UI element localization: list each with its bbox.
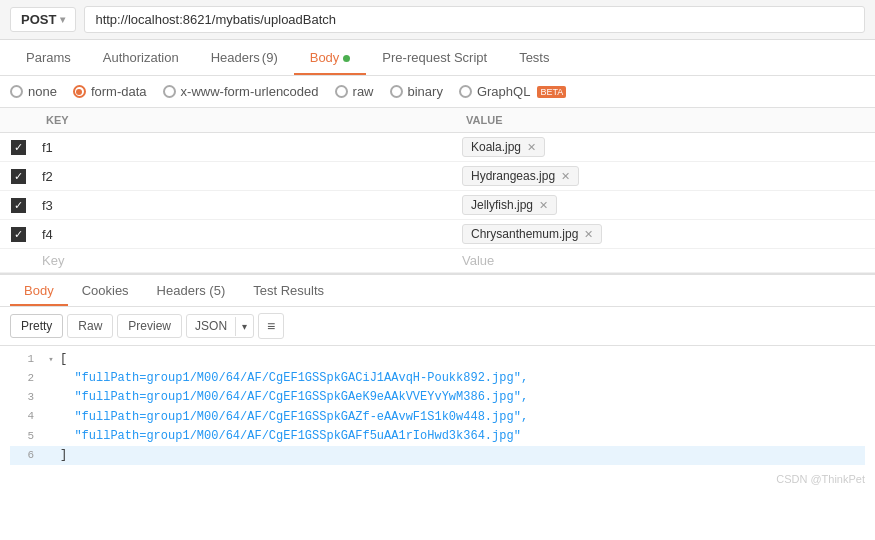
row-value-1: Hydrangeas.jpg ✕ xyxy=(456,162,875,191)
file-tag-2: Jellyfish.jpg ✕ xyxy=(462,195,557,215)
row-value-2: Jellyfish.jpg ✕ xyxy=(456,191,875,220)
radio-urlencoded-circle xyxy=(163,85,176,98)
row-key-1[interactable]: f2 xyxy=(36,162,456,191)
json-line: 5 "fullPath=group1/M00/64/AF/CgEF1GSSpkG… xyxy=(10,427,865,446)
tab-params[interactable]: Params xyxy=(10,40,87,75)
raw-button[interactable]: Raw xyxy=(67,314,113,338)
line-number: 5 xyxy=(14,428,34,446)
form-table-container: KEY VALUE f1 Koala.jpg ✕ f2 Hydrangeas.j… xyxy=(0,108,875,274)
radio-raw[interactable]: raw xyxy=(335,84,374,99)
row-checkbox-0[interactable] xyxy=(11,140,26,155)
table-row: f3 Jellyfish.jpg ✕ xyxy=(0,191,875,220)
table-row: f1 Koala.jpg ✕ xyxy=(0,133,875,162)
body-type-bar: none form-data x-www-form-urlencoded raw… xyxy=(0,76,875,108)
radio-binary[interactable]: binary xyxy=(390,84,443,99)
row-value-0: Koala.jpg ✕ xyxy=(456,133,875,162)
row-checkbox-3[interactable] xyxy=(11,227,26,242)
line-number: 4 xyxy=(14,408,34,426)
file-tag-x-3[interactable]: ✕ xyxy=(584,228,593,241)
tab-authorization[interactable]: Authorization xyxy=(87,40,195,75)
line-number: 6 xyxy=(14,447,34,465)
radio-form-data[interactable]: form-data xyxy=(73,84,147,99)
radio-raw-circle xyxy=(335,85,348,98)
format-select-label: JSON xyxy=(187,315,235,337)
row-key-2[interactable]: f3 xyxy=(36,191,456,220)
tab-tests[interactable]: Tests xyxy=(503,40,565,75)
method-select[interactable]: POST ▾ xyxy=(10,7,76,32)
col-check xyxy=(0,108,36,133)
table-row-placeholder: Key Value xyxy=(0,249,875,273)
json-line: 6 ] xyxy=(10,446,865,465)
tab-body[interactable]: Body xyxy=(294,40,367,75)
line-number: 2 xyxy=(14,370,34,388)
format-select[interactable]: JSON ▾ xyxy=(186,314,254,338)
response-toolbar: Pretty Raw Preview JSON ▾ ≡ xyxy=(0,307,875,346)
method-chevron: ▾ xyxy=(60,14,65,25)
file-tag-x-0[interactable]: ✕ xyxy=(527,141,536,154)
request-tab-bar: Params Authorization Headers(9) Body Pre… xyxy=(0,40,875,76)
url-input[interactable] xyxy=(84,6,865,33)
row-value-3: Chrysanthemum.jpg ✕ xyxy=(456,220,875,249)
form-table: KEY VALUE f1 Koala.jpg ✕ f2 Hydrangeas.j… xyxy=(0,108,875,273)
radio-binary-circle xyxy=(390,85,403,98)
file-tag-x-2[interactable]: ✕ xyxy=(539,199,548,212)
table-row: f4 Chrysanthemum.jpg ✕ xyxy=(0,220,875,249)
body-dot xyxy=(343,55,350,62)
radio-form-data-circle xyxy=(73,85,86,98)
value-placeholder: Value xyxy=(462,253,494,268)
tab-response-body[interactable]: Body xyxy=(10,275,68,306)
table-row: f2 Hydrangeas.jpg ✕ xyxy=(0,162,875,191)
preview-button[interactable]: Preview xyxy=(117,314,182,338)
file-tag-x-1[interactable]: ✕ xyxy=(561,170,570,183)
pretty-button[interactable]: Pretty xyxy=(10,314,63,338)
row-key-3[interactable]: f4 xyxy=(36,220,456,249)
tab-prerequest[interactable]: Pre-request Script xyxy=(366,40,503,75)
radio-graphql-circle xyxy=(459,85,472,98)
line-number: 1 xyxy=(14,351,34,369)
row-checkbox-2[interactable] xyxy=(11,198,26,213)
tab-test-results[interactable]: Test Results xyxy=(239,275,338,306)
file-tag-1: Hydrangeas.jpg ✕ xyxy=(462,166,579,186)
json-line: 1 ▾ [ xyxy=(10,350,865,369)
col-key: KEY xyxy=(36,108,456,133)
json-line: 4 "fullPath=group1/M00/64/AF/CgEF1GSSpkG… xyxy=(10,408,865,427)
format-select-arrow[interactable]: ▾ xyxy=(235,317,253,336)
radio-none[interactable]: none xyxy=(10,84,57,99)
json-line: 3 "fullPath=group1/M00/64/AF/CgEF1GSSpkG… xyxy=(10,388,865,407)
col-value: VALUE xyxy=(456,108,875,133)
response-tab-bar: Body Cookies Headers (5) Test Results xyxy=(0,274,875,307)
response-area: 1 ▾ [ 2 "fullPath=group1/M00/64/AF/CgEF1… xyxy=(0,346,875,469)
beta-badge: BETA xyxy=(537,86,566,98)
row-checkbox-1[interactable] xyxy=(11,169,26,184)
radio-urlencoded[interactable]: x-www-form-urlencoded xyxy=(163,84,319,99)
key-placeholder: Key xyxy=(42,253,64,268)
line-number: 3 xyxy=(14,389,34,407)
file-tag-3: Chrysanthemum.jpg ✕ xyxy=(462,224,602,244)
tab-headers[interactable]: Headers(9) xyxy=(195,40,294,75)
tab-cookies[interactable]: Cookies xyxy=(68,275,143,306)
row-key-0[interactable]: f1 xyxy=(36,133,456,162)
file-tag-0: Koala.jpg ✕ xyxy=(462,137,545,157)
fold-arrow[interactable]: ▾ xyxy=(44,353,58,367)
url-bar: POST ▾ xyxy=(0,0,875,40)
tab-response-headers[interactable]: Headers (5) xyxy=(143,275,240,306)
watermark: CSDN @ThinkPet xyxy=(0,469,875,489)
radio-graphql[interactable]: GraphQLBETA xyxy=(459,84,566,99)
method-label: POST xyxy=(21,12,56,27)
radio-none-circle xyxy=(10,85,23,98)
json-line: 2 "fullPath=group1/M00/64/AF/CgEF1GSSpkG… xyxy=(10,369,865,388)
wrap-icon[interactable]: ≡ xyxy=(258,313,284,339)
